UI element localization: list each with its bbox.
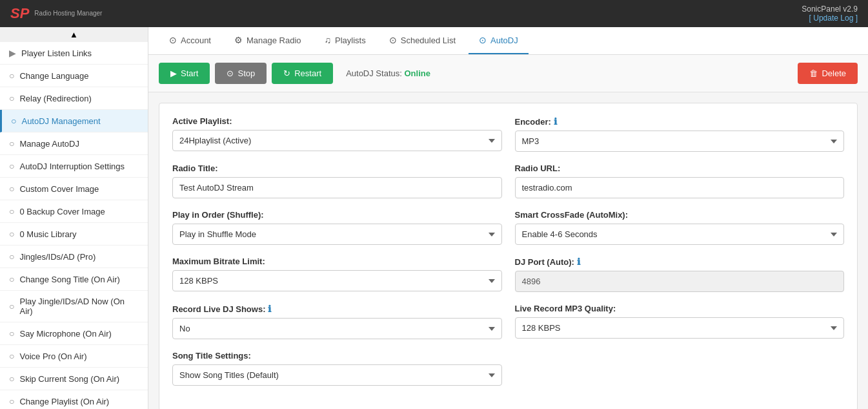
tab-autodj-label: AutoDJ xyxy=(490,36,518,45)
live-record-quality-select[interactable]: 128 KBPS xyxy=(515,317,845,339)
dj-port-label: DJ Port (Auto): ℹ xyxy=(515,257,845,267)
start-button[interactable]: ▶ Start xyxy=(159,63,210,84)
sidebar-item-jingles[interactable]: ○ Jingles/IDs/AD (Pro) xyxy=(0,246,148,268)
stop-label: Stop xyxy=(237,68,255,78)
tab-manage-radio[interactable]: ⚙ Manage Radio xyxy=(224,27,312,54)
sidebar-item-music-library[interactable]: ○ 0 Music Library xyxy=(0,223,148,246)
stop-button[interactable]: ⊙ Stop xyxy=(215,63,267,84)
sidebar-label-skip-current-song: Skip Current Song (On Air) xyxy=(19,374,119,384)
sidebar-item-play-jingle[interactable]: ○ Play Jingle/IDs/AD Now (On Air) xyxy=(0,291,148,322)
sidebar: ▲ ▶ Player Listen Links ○ Change Languag… xyxy=(0,27,148,409)
form-group-song-title: Song Title Settings: Show Song Titles (D… xyxy=(172,351,502,386)
topbar-right: SonicPanel v2.9 [ Update Log ] xyxy=(802,5,858,23)
sidebar-label-relay: Relay (Redirection) xyxy=(19,94,91,103)
play-order-label: Play in Order (Shuffle): xyxy=(172,210,502,220)
song-title-select[interactable]: Show Song Titles (Default) xyxy=(172,364,502,386)
form-row-1: Active Playlist: 24Hplaylist (Active) En… xyxy=(172,116,844,152)
change-playlist-icon: ○ xyxy=(9,396,14,406)
change-song-title-icon: ○ xyxy=(9,274,14,284)
form-group-placeholder xyxy=(515,351,845,386)
dj-port-input xyxy=(515,271,845,292)
form-group-dj-port: DJ Port (Auto): ℹ xyxy=(515,257,845,292)
sidebar-label-music-library: 0 Music Library xyxy=(19,229,76,239)
sidebar-item-custom-cover[interactable]: ○ Custom Cover Image xyxy=(0,178,148,200)
sidebar-item-relay[interactable]: ○ Relay (Redirection) xyxy=(0,87,148,110)
form-group-play-order: Play in Order (Shuffle): Play in Shuffle… xyxy=(172,210,502,245)
dj-port-help-icon[interactable]: ℹ xyxy=(577,257,580,267)
restart-icon: ↻ xyxy=(283,68,290,78)
sidebar-item-player-listen-links[interactable]: ▶ Player Listen Links xyxy=(0,42,148,65)
form-group-radio-url: Radio URL: xyxy=(515,163,845,198)
sidebar-item-autodj-management[interactable]: ○ AutoDJ Management xyxy=(0,110,148,132)
smart-crossfade-select[interactable]: Enable 4-6 Seconds xyxy=(515,224,845,245)
form-group-smart-crossfade: Smart CrossFade (AutoMix): Enable 4-6 Se… xyxy=(515,210,845,245)
encoder-label: Encoder: ℹ xyxy=(515,116,845,127)
delete-icon: 🗑 xyxy=(809,68,818,78)
sidebar-item-change-playlist[interactable]: ○ Change Playlist (On Air) xyxy=(0,390,148,409)
encoder-help-icon[interactable]: ℹ xyxy=(554,116,557,127)
tabs-bar: ⊙ Account ⚙ Manage Radio ♫ Playlists ⊙ S… xyxy=(148,27,868,55)
update-log-link[interactable]: [ Update Log ] xyxy=(809,14,858,23)
form-row-2: Radio Title: Radio URL: xyxy=(172,163,844,198)
form-group-encoder: Encoder: ℹ MP3 xyxy=(515,116,845,152)
form-group-active-playlist: Active Playlist: 24Hplaylist (Active) xyxy=(172,116,502,152)
smart-crossfade-label: Smart CrossFade (AutoMix): xyxy=(515,210,845,220)
account-tab-icon: ⊙ xyxy=(169,35,177,45)
say-microphone-icon: ○ xyxy=(9,328,14,339)
autodj-status-label: AutoDJ Status: xyxy=(346,68,402,78)
tab-playlists[interactable]: ♫ Playlists xyxy=(314,27,376,54)
sidebar-item-autodj-interruption[interactable]: ○ AutoDJ Interruption Settings xyxy=(0,155,148,178)
sidebar-item-say-microphone[interactable]: ○ Say Microphone (On Air) xyxy=(0,322,148,345)
sidebar-item-change-song-title[interactable]: ○ Change Song Title (On Air) xyxy=(0,268,148,291)
tab-account-label: Account xyxy=(181,36,211,45)
active-playlist-label: Active Playlist: xyxy=(172,116,502,126)
main-content: ⊙ Account ⚙ Manage Radio ♫ Playlists ⊙ S… xyxy=(148,27,868,409)
form-group-record-live: Record Live DJ Shows: ℹ No xyxy=(172,304,502,339)
sidebar-item-voice-pro[interactable]: ○ Voice Pro (On Air) xyxy=(0,345,148,368)
song-title-label: Song Title Settings: xyxy=(172,351,502,361)
app-name: SonicPanel v2.9 xyxy=(802,5,858,14)
music-library-icon: ○ xyxy=(9,229,14,239)
form-group-max-bitrate: Maximum Bitrate Limit: 128 KBPS xyxy=(172,257,502,292)
form-row-4: Maximum Bitrate Limit: 128 KBPS DJ Port … xyxy=(172,257,844,292)
sidebar-label-change-language: Change Language xyxy=(19,71,88,81)
restart-button[interactable]: ↻ Restart xyxy=(272,63,333,84)
tab-account[interactable]: ⊙ Account xyxy=(159,27,221,54)
logo-sp: SP xyxy=(10,5,29,22)
radio-title-input[interactable] xyxy=(172,177,502,198)
form-row-5: Record Live DJ Shows: ℹ No Live Record M… xyxy=(172,304,844,339)
sidebar-item-change-language[interactable]: ○ Change Language xyxy=(0,65,148,87)
radio-url-input[interactable] xyxy=(515,177,845,198)
sidebar-item-backup-cover[interactable]: ○ 0 Backup Cover Image xyxy=(0,200,148,223)
main-layout: ▲ ▶ Player Listen Links ○ Change Languag… xyxy=(0,27,868,409)
logo-subtext: Radio Hosting Manager xyxy=(34,10,102,17)
action-bar: ▶ Start ⊙ Stop ↻ Restart AutoDJ Status: … xyxy=(148,55,868,92)
tab-autodj[interactable]: ⊙ AutoDJ xyxy=(469,27,529,54)
jingles-icon: ○ xyxy=(9,251,14,262)
sidebar-label-autodj-interruption: AutoDJ Interruption Settings xyxy=(19,162,125,171)
sidebar-item-manage-autodj[interactable]: ○ Manage AutoDJ xyxy=(0,132,148,155)
tab-scheduled-list-label: Scheduled List xyxy=(401,36,456,45)
tab-manage-radio-label: Manage Radio xyxy=(247,36,301,45)
start-icon: ▶ xyxy=(170,68,177,78)
max-bitrate-select[interactable]: 128 KBPS xyxy=(172,270,502,291)
sidebar-scroll-up[interactable]: ▲ xyxy=(0,27,148,42)
sidebar-label-voice-pro: Voice Pro (On Air) xyxy=(19,351,86,361)
play-order-select[interactable]: Play in Shuffle Mode xyxy=(172,224,502,245)
custom-cover-icon: ○ xyxy=(9,184,14,194)
delete-button[interactable]: 🗑 Delete xyxy=(798,63,858,84)
encoder-select[interactable]: MP3 xyxy=(515,131,845,152)
player-listen-links-icon: ▶ xyxy=(9,48,16,58)
restart-label: Restart xyxy=(294,68,321,78)
sidebar-item-skip-current-song[interactable]: ○ Skip Current Song (On Air) xyxy=(0,368,148,390)
form-group-live-record-quality: Live Record MP3 Quality: 128 KBPS xyxy=(515,304,845,339)
record-live-select[interactable]: No xyxy=(172,318,502,339)
autodj-interruption-icon: ○ xyxy=(9,161,14,171)
skip-current-song-icon: ○ xyxy=(9,373,14,384)
sidebar-label-autodj-management: AutoDJ Management xyxy=(21,116,100,126)
active-playlist-select[interactable]: 24Hplaylist (Active) xyxy=(172,130,502,151)
record-live-help-icon[interactable]: ℹ xyxy=(268,304,271,314)
form-panel: Active Playlist: 24Hplaylist (Active) En… xyxy=(159,103,858,409)
tab-playlists-label: Playlists xyxy=(335,36,366,45)
tab-scheduled-list[interactable]: ⊙ Scheduled List xyxy=(379,27,466,54)
